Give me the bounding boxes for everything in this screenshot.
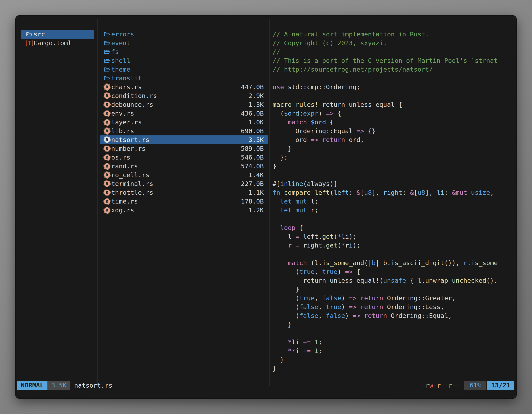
folder-row[interactable]: fs xyxy=(100,48,268,56)
code-line: } xyxy=(273,144,498,153)
code-line: } xyxy=(273,285,498,294)
rust-file-icon: R xyxy=(104,100,110,109)
file-name: translit xyxy=(111,74,142,83)
status-filename: natsort.rs xyxy=(74,382,113,389)
folder-row[interactable]: theme xyxy=(100,65,268,74)
folder-row[interactable]: errors xyxy=(100,30,268,39)
code-line: (false, true) => return Ordering::Less, xyxy=(273,303,498,311)
code-line: match $ord { xyxy=(273,118,498,127)
file-row[interactable]: Renv.rs436.0B xyxy=(100,109,268,118)
toml-file-icon: [T] xyxy=(26,39,33,48)
file-row[interactable]: Rtime.rs178.0B xyxy=(100,197,268,206)
folder-row[interactable]: shell xyxy=(100,56,268,65)
code-line xyxy=(273,329,498,338)
terminal-window: src[T]Cargo.toml errorseventfsshelltheme… xyxy=(15,15,517,399)
rust-icon-glyph: R xyxy=(104,137,110,143)
file-name: xdg.rs xyxy=(111,206,134,215)
rust-file-icon: R xyxy=(104,127,110,135)
rust-file-icon: R xyxy=(104,171,110,179)
rust-file-icon: R xyxy=(104,188,110,197)
code-line: // This is a port of the C version of Ma… xyxy=(273,56,498,65)
rust-icon-glyph: R xyxy=(104,110,110,116)
file-row[interactable]: Rnumber.rs589.0B xyxy=(100,144,268,153)
rust-icon-glyph: R xyxy=(104,128,110,134)
file-row[interactable]: Rrand.rs574.0B xyxy=(100,162,268,171)
rust-file-icon: R xyxy=(104,162,110,171)
file-size: 589.0B xyxy=(241,144,264,153)
file-size: 1.3K xyxy=(248,100,264,109)
rust-icon-glyph: R xyxy=(104,119,110,125)
folder-open-icon xyxy=(104,30,110,39)
code-line: // A natural sort implementation in Rust… xyxy=(273,30,498,39)
file-row[interactable]: [T]Cargo.toml xyxy=(21,39,94,48)
folder-open-icon xyxy=(104,48,110,56)
current-pane: errorseventfsshellthemetranslitRchars.rs… xyxy=(100,30,268,215)
code-line: use std::cmp::Ordering; xyxy=(273,83,498,91)
toml-icon-glyph: [T] xyxy=(25,39,34,48)
folder-row[interactable]: event xyxy=(100,39,268,48)
file-row[interactable]: Rcondition.rs2.9K xyxy=(100,91,268,100)
file-row[interactable]: Rxdg.rs1.2K xyxy=(100,206,268,215)
rust-file-icon: R xyxy=(104,83,110,91)
file-row[interactable]: Rnatsort.rs3.5K xyxy=(100,135,268,144)
pane-separator xyxy=(269,19,270,386)
file-name: condition.rs xyxy=(111,91,157,100)
rust-icon-glyph: R xyxy=(104,154,110,160)
code-line: }; xyxy=(273,153,498,162)
file-size: 546.0B xyxy=(241,153,264,162)
code-line: // Copyright (c) 2023, sxyazi. xyxy=(273,39,498,48)
file-name: shell xyxy=(111,56,130,65)
folder-open-icon xyxy=(104,74,110,83)
file-name: src xyxy=(34,30,45,39)
folder-row[interactable]: translit xyxy=(100,74,268,83)
file-row[interactable]: Rterminal.rs227.0B xyxy=(100,179,268,188)
file-name: throttle.rs xyxy=(111,188,153,197)
code-line: } xyxy=(273,355,498,364)
cursor-position-badge: 13/21 xyxy=(487,381,514,390)
rust-file-icon: R xyxy=(104,109,110,118)
file-name: ro_cell.rs xyxy=(111,171,150,179)
file-row[interactable]: Rlib.rs690.0B xyxy=(100,127,268,135)
folder-row[interactable]: src xyxy=(21,30,94,39)
file-size: 2.9K xyxy=(248,91,264,100)
rust-icon-glyph: R xyxy=(104,172,110,178)
folder-open-icon xyxy=(104,65,110,74)
code-line: let mut l; xyxy=(273,197,498,206)
mode-badge: NORMAL xyxy=(17,381,48,390)
file-size: 178.0B xyxy=(241,197,264,206)
perm-char: r xyxy=(426,382,429,389)
rust-icon-glyph: R xyxy=(104,84,110,90)
file-name: os.rs xyxy=(111,153,130,162)
file-name: event xyxy=(111,39,130,48)
code-line: loop { xyxy=(273,223,498,232)
file-name: layer.rs xyxy=(111,118,142,127)
code-line xyxy=(273,91,498,100)
code-line: *ri += 1; xyxy=(273,347,498,355)
file-size: 436.0B xyxy=(241,109,264,118)
rust-icon-glyph: R xyxy=(104,207,110,213)
rust-icon-glyph: R xyxy=(104,198,110,204)
scroll-percent-badge: 61% xyxy=(464,381,486,390)
file-size: 1.0K xyxy=(248,118,264,127)
code-line xyxy=(273,215,498,223)
file-row[interactable]: Rlayer.rs1.0K xyxy=(100,118,268,127)
rust-file-icon: R xyxy=(104,118,110,127)
code-line: fn compare_left(left: &[u8], right: &[u8… xyxy=(273,188,498,197)
rust-file-icon: R xyxy=(104,197,110,206)
file-name: fs xyxy=(111,48,119,56)
code-line: (false, false) => return Ordering::Equal… xyxy=(273,311,498,320)
file-name: theme xyxy=(111,65,130,74)
status-bar: NORMAL 3.5K natsort.rs -rw-r--r-- 61% 13… xyxy=(17,381,514,390)
code-line xyxy=(273,171,498,179)
file-name: terminal.rs xyxy=(111,179,153,188)
perm-char: - xyxy=(452,382,456,389)
file-row[interactable]: Ros.rs546.0B xyxy=(100,153,268,162)
file-row[interactable]: Rchars.rs447.0B xyxy=(100,83,268,91)
file-row[interactable]: Rdebounce.rs1.3K xyxy=(100,100,268,109)
file-row[interactable]: Rro_cell.rs1.4K xyxy=(100,171,268,179)
perm-char: - xyxy=(422,382,426,389)
file-size: 447.0B xyxy=(241,83,264,91)
code-line xyxy=(273,74,498,83)
file-row[interactable]: Rthrottle.rs1.1K xyxy=(100,188,268,197)
rust-icon-glyph: R xyxy=(104,163,110,169)
